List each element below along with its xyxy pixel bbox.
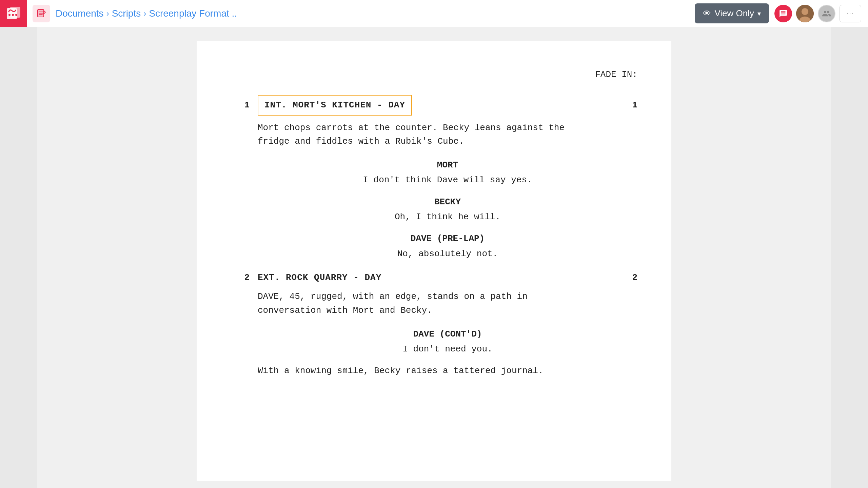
scene-number-left-1: 1 (231, 98, 258, 112)
document-area: FADE IN: 1 INT. MORT'S KITCHEN - DAY 1 M… (37, 27, 831, 488)
more-button[interactable]: ··· (840, 5, 861, 22)
character-mort: MORT (258, 158, 637, 172)
right-sidebar (831, 27, 868, 488)
dialogue-mort-text: I don't think Dave will say yes. (258, 173, 637, 187)
view-only-button[interactable]: 👁 View Only ▾ (695, 3, 769, 23)
scene-row-2: 2 EXT. ROCK QUARRY - DAY 2 (231, 271, 637, 284)
breadcrumb-sep-2: › (143, 9, 146, 18)
toolbar: Documents › Scripts › Screenplay Format … (0, 0, 868, 27)
left-sidebar (0, 27, 37, 488)
avatar-chat[interactable] (774, 5, 792, 22)
character-dave-prelap: DAVE (PRE-LAP) (258, 232, 637, 245)
svg-point-3 (12, 14, 14, 16)
scene-heading-1: INT. MORT'S KITCHEN - DAY (258, 95, 412, 115)
svg-point-2 (8, 14, 11, 16)
app-logo (0, 0, 27, 27)
breadcrumb-sep-1: › (106, 9, 109, 18)
script-page: FADE IN: 1 INT. MORT'S KITCHEN - DAY 1 M… (197, 41, 671, 481)
dialogue-dave-contd-text: I don't need you. (258, 342, 637, 356)
dialogue-dave-contd: DAVE (CONT'D) I don't need you. (258, 327, 637, 356)
scene-content-2: DAVE, 45, rugged, with an edge, stands o… (258, 290, 637, 378)
toolbar-right: ··· (774, 5, 861, 22)
breadcrumb-documents[interactable]: Documents (56, 8, 104, 19)
scene-row-1: 1 INT. MORT'S KITCHEN - DAY 1 (231, 95, 637, 115)
breadcrumb-current[interactable]: Screenplay Format .. (149, 8, 237, 19)
more-label: ··· (847, 9, 854, 17)
dialogue-becky: BECKY Oh, I think he will. (258, 195, 637, 224)
scene-number-right-1: 1 (624, 98, 637, 112)
main-area: FADE IN: 1 INT. MORT'S KITCHEN - DAY 1 M… (0, 27, 868, 488)
svg-point-8 (802, 8, 808, 15)
fade-in: FADE IN: (231, 68, 637, 81)
character-becky: BECKY (258, 195, 637, 209)
scene-number-right-2: 2 (624, 271, 637, 284)
character-dave-contd: DAVE (CONT'D) (258, 327, 637, 341)
breadcrumb: Documents › Scripts › Screenplay Format … (56, 8, 689, 19)
doc-icon-button[interactable] (33, 5, 50, 22)
dialogue-becky-text: Oh, I think he will. (258, 210, 637, 224)
svg-rect-1 (10, 7, 20, 18)
avatar-user[interactable] (796, 5, 814, 22)
avatar-collaborator[interactable] (818, 5, 835, 22)
chevron-down-icon: ▾ (757, 9, 761, 18)
dialogue-dave-prelap-text: No, absolutely not. (258, 247, 637, 261)
breadcrumb-scripts[interactable]: Scripts (112, 8, 141, 19)
dialogue-mort: MORT I don't think Dave will say yes. (258, 158, 637, 187)
scene-content-1: Mort chops carrots at the counter. Becky… (258, 121, 637, 261)
dialogue-dave-prelap: DAVE (PRE-LAP) No, absolutely not. (258, 232, 637, 261)
scene-number-left-2: 2 (231, 271, 258, 284)
action-text-3: With a knowing smile, Becky raises a tat… (258, 364, 631, 378)
svg-point-4 (15, 14, 17, 16)
view-only-label: View Only (714, 8, 754, 19)
eye-icon: 👁 (703, 9, 711, 18)
action-text-2: DAVE, 45, rugged, with an edge, stands o… (258, 290, 631, 317)
scene-heading-2: EXT. ROCK QUARRY - DAY (258, 271, 381, 284)
action-text-1: Mort chops carrots at the counter. Becky… (258, 121, 631, 148)
